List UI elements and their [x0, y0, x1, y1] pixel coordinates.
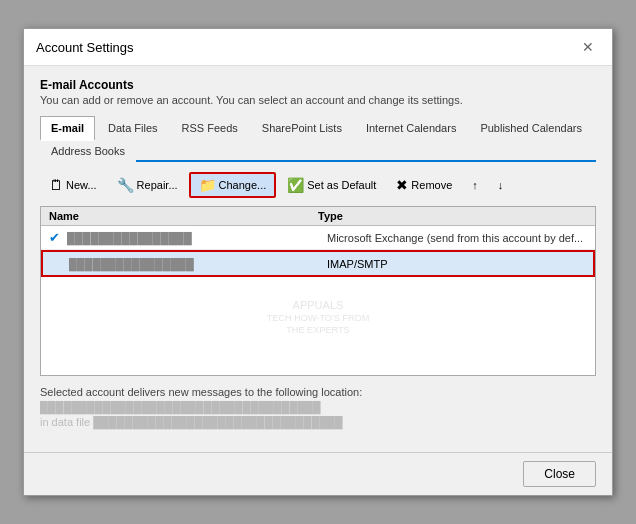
- window-title: Account Settings: [36, 40, 134, 55]
- remove-icon: ✖: [396, 177, 408, 193]
- tab-sharepoint[interactable]: SharePoint Lists: [251, 116, 353, 141]
- down-arrow-icon: ↓: [498, 179, 504, 191]
- list-header: Name Type: [41, 207, 595, 226]
- checkmark-icon: ✅: [287, 177, 304, 193]
- tab-bar: E-mail Data Files RSS Feeds SharePoint L…: [40, 116, 596, 162]
- deliver-label: Selected account delivers new messages t…: [40, 386, 596, 398]
- new-icon: 🗒: [49, 177, 63, 193]
- repair-icon: 🔧: [117, 177, 134, 193]
- tab-data-files[interactable]: Data Files: [97, 116, 169, 141]
- section-description: You can add or remove an account. You ca…: [40, 94, 596, 106]
- window-close-button[interactable]: ✕: [576, 37, 600, 57]
- change-button[interactable]: 📁 Change...: [189, 172, 277, 198]
- main-content: E-mail Accounts You can add or remove an…: [24, 66, 612, 444]
- section-title: E-mail Accounts: [40, 78, 596, 92]
- title-bar: Account Settings ✕: [24, 29, 612, 66]
- set-default-label: Set as Default: [307, 179, 376, 191]
- account-toolbar: 🗒 New... 🔧 Repair... 📁 Change... ✅ Set a…: [40, 170, 596, 200]
- repair-label: Repair...: [137, 179, 178, 191]
- tab-address-books[interactable]: Address Books: [40, 139, 136, 162]
- up-arrow-icon: ↑: [472, 179, 478, 191]
- remove-label: Remove: [411, 179, 452, 191]
- move-up-button[interactable]: ↑: [463, 175, 487, 195]
- table-row[interactable]: ████████████████ IMAP/SMTP: [41, 250, 595, 277]
- tab-rss-feeds[interactable]: RSS Feeds: [171, 116, 249, 141]
- header-name: Name: [49, 210, 318, 222]
- tab-internet-calendars[interactable]: Internet Calendars: [355, 116, 468, 141]
- bottom-bar: Close: [24, 452, 612, 495]
- table-row[interactable]: ✔ ████████████████ Microsoft Exchange (s…: [41, 226, 595, 250]
- change-icon: 📁: [199, 177, 216, 193]
- remove-button[interactable]: ✖ Remove: [387, 173, 461, 197]
- account-settings-window: Account Settings ✕ E-mail Accounts You c…: [23, 28, 613, 496]
- account-list[interactable]: Name Type ✔ ████████████████ Microsoft E…: [40, 206, 596, 376]
- close-button[interactable]: Close: [523, 461, 596, 487]
- location-line2: in data file ███████████████████████████…: [40, 416, 596, 428]
- new-button[interactable]: 🗒 New...: [40, 173, 106, 197]
- account-name-2: ████████████████: [69, 258, 327, 270]
- change-label: Change...: [219, 179, 267, 191]
- watermark: APPUALSTECH HOW-TO'S FROMTHE EXPERTS: [267, 299, 370, 335]
- watermark-area: APPUALSTECH HOW-TO'S FROMTHE EXPERTS: [41, 277, 595, 357]
- account-name-1: ████████████████: [67, 232, 327, 244]
- tab-published-calendars[interactable]: Published Calendars: [469, 116, 593, 141]
- account-type-1: Microsoft Exchange (send from this accou…: [327, 232, 587, 244]
- repair-button[interactable]: 🔧 Repair...: [108, 173, 187, 197]
- check-icon: ✔: [49, 230, 67, 245]
- tab-email[interactable]: E-mail: [40, 116, 95, 141]
- header-type: Type: [318, 210, 587, 222]
- account-type-2: IMAP/SMTP: [327, 258, 585, 270]
- check-icon-2: [51, 256, 69, 271]
- new-label: New...: [66, 179, 97, 191]
- set-default-button[interactable]: ✅ Set as Default: [278, 173, 385, 197]
- footer-section: Selected account delivers new messages t…: [40, 376, 596, 432]
- move-down-button[interactable]: ↓: [489, 175, 513, 195]
- location-line1: ████████████████████████████████████: [40, 401, 596, 413]
